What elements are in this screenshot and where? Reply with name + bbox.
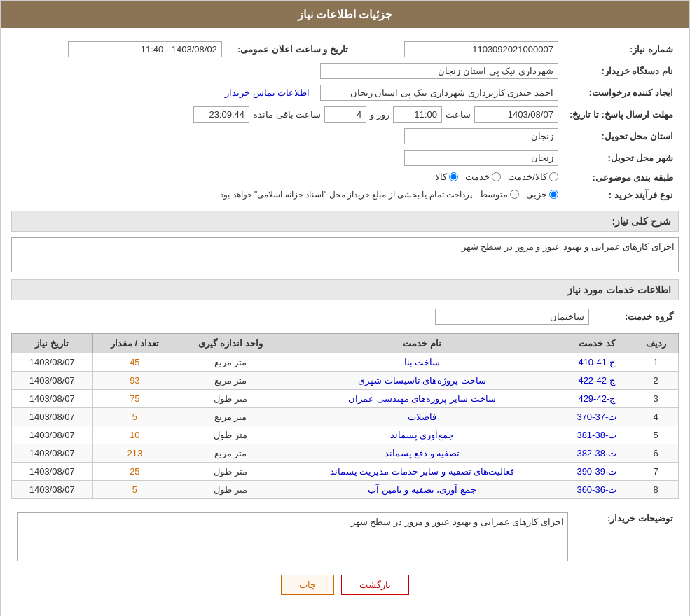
cell-code: ث-39-390: [560, 463, 633, 481]
cell-unit: متر مربع: [177, 372, 284, 390]
province-label: استان محل تحویل:: [564, 125, 679, 147]
cell-qty: 25: [92, 463, 177, 481]
table-row: 5ث-38-381جمع‌آوری پسماندمتر طول101403/08…: [12, 426, 679, 444]
cell-code: ث-38-381: [560, 426, 633, 444]
need-desc-section-title: شرح کلی نیاز:: [11, 211, 679, 232]
cell-date: 1403/08/07: [12, 463, 93, 481]
cell-name: ساخت سایر پروژه‌های مهندسی عمران: [284, 390, 560, 408]
cell-date: 1403/08/07: [12, 372, 93, 390]
reply-deadline-label: مهلت ارسال پاسخ: تا تاریخ:: [564, 104, 679, 125]
cell-name: فاضلاب: [284, 408, 560, 426]
cell-date: 1403/08/07: [12, 354, 93, 372]
print-button[interactable]: چاپ: [281, 575, 334, 595]
table-row: 3ج-42-429ساخت سایر پروژه‌های مهندسی عمرا…: [12, 390, 679, 408]
service-group-label: گروه خدمت:: [595, 306, 679, 328]
category-radio-kala[interactable]: کالا: [435, 172, 458, 182]
reply-date-value: 1403/08/07: [474, 106, 558, 122]
service-group-value: ساختمان: [435, 309, 589, 325]
purchase-type-note: پرداخت تمام یا بخشی از مبلغ خریداز محل "…: [218, 190, 472, 200]
cell-unit: متر مربع: [177, 408, 284, 426]
need-number-value: 1103092021000007: [404, 41, 558, 57]
table-row: 4ث-37-370فاضلابمتر مربع51403/08/07: [12, 408, 679, 426]
page-title: جزئیات اطلاعات نیاز: [1, 1, 689, 28]
cell-row: 4: [633, 408, 679, 426]
cell-unit: متر طول: [177, 463, 284, 481]
buyer-notes-value: اجرای کارهای عمرانی و بهبود عبور و مرور …: [17, 512, 568, 561]
services-info-section-title: اطلاعات خدمات مورد نیاز: [11, 279, 679, 300]
purchase-type-radio-motavaset[interactable]: متوسط: [479, 189, 519, 200]
col-row: ردیف: [633, 334, 679, 354]
cell-qty: 45: [92, 354, 177, 372]
cell-row: 7: [633, 463, 679, 481]
buttons-row: بازگشت چاپ: [11, 575, 679, 595]
cell-unit: متر مربع: [177, 354, 284, 372]
cell-name: جمع‌آوری پسماند: [284, 426, 560, 444]
cell-unit: متر مربع: [177, 444, 284, 463]
reply-time-value: 11:00: [393, 106, 442, 122]
cell-name: جمع آوری، تصفیه و تامین آب: [284, 481, 560, 499]
category-radio-kala-khedmat[interactable]: کالا/خدمت: [508, 172, 558, 182]
cell-qty: 5: [92, 408, 177, 426]
cell-name: ساخت بنا: [284, 354, 560, 372]
cell-date: 1403/08/07: [12, 426, 93, 444]
cell-code: ث-36-360: [560, 481, 633, 499]
cell-unit: متر طول: [177, 426, 284, 444]
buyer-org-label: نام دستگاه خریدار:: [564, 60, 679, 82]
cell-code: ث-38-382: [560, 444, 633, 463]
reply-days-value: 4: [324, 106, 366, 122]
cell-name: ساخت پروژه‌های تاسیسات شهری: [284, 372, 560, 390]
city-value: زنجان: [404, 150, 558, 166]
reply-days-label: روز و: [370, 109, 389, 120]
cell-row: 1: [633, 354, 679, 372]
cell-date: 1403/08/07: [12, 408, 93, 426]
purchase-type-radio-jozi[interactable]: جزیی: [526, 189, 558, 200]
table-row: 1ج-41-410ساخت بنامتر مربع451403/08/07: [12, 354, 679, 372]
cell-code: ث-37-370: [560, 408, 633, 426]
reply-remaining-value: 23:09:44: [193, 106, 249, 122]
cell-row: 2: [633, 372, 679, 390]
cell-date: 1403/08/07: [12, 444, 93, 463]
cell-unit: متر طول: [177, 390, 284, 408]
category-label: طبقه بندی موضوعی:: [564, 169, 679, 186]
table-row: 7ث-39-390فعالیت‌های تصفیه و سایر خدمات م…: [12, 463, 679, 481]
cell-code: ج-42-422: [560, 372, 633, 390]
reply-remaining-label: ساعت باقی مانده: [253, 109, 321, 120]
reply-time-label: ساعت: [446, 109, 471, 120]
cell-qty: 75: [92, 390, 177, 408]
col-date: تاریخ نیاز: [12, 334, 93, 354]
table-row: 2ج-42-422ساخت پروژه‌های تاسیسات شهریمتر …: [12, 372, 679, 390]
cell-date: 1403/08/07: [12, 481, 93, 499]
cell-unit: متر طول: [177, 481, 284, 499]
announce-date-value: 1403/08/02 - 11:40: [68, 41, 222, 57]
province-value: زنجان: [404, 128, 558, 144]
services-table: ردیف کد خدمت نام خدمت واحد اندازه گیری ت…: [11, 333, 679, 499]
col-qty: تعداد / مقدار: [92, 334, 177, 354]
category-radio-khedmat[interactable]: خدمت: [465, 172, 501, 182]
cell-code: ج-41-410: [560, 354, 633, 372]
creator-label: ایجاد کننده درخواست:: [564, 82, 679, 104]
buyer-org-value: شهرداری نیک پی استان زنجان: [320, 63, 558, 79]
need-number-label: شماره نیاز:: [564, 38, 679, 60]
cell-date: 1403/08/07: [12, 390, 93, 408]
cell-qty: 10: [92, 426, 177, 444]
contact-link[interactable]: اطلاعات تماس خریدار: [225, 88, 310, 98]
cell-qty: 93: [92, 372, 177, 390]
cell-row: 3: [633, 390, 679, 408]
table-row: 8ث-36-360جمع آوری، تصفیه و تامین آبمتر ط…: [12, 481, 679, 499]
cell-row: 6: [633, 444, 679, 463]
cell-qty: 5: [92, 481, 177, 499]
col-unit: واحد اندازه گیری: [177, 334, 284, 354]
announce-date-label: تاریخ و ساعت اعلان عمومی:: [228, 38, 354, 60]
cell-name: تصفیه و دفع پسماند: [284, 444, 560, 463]
cell-qty: 213: [92, 444, 177, 463]
back-button[interactable]: بازگشت: [341, 575, 409, 595]
table-row: 6ث-38-382تصفیه و دفع پسماندمتر مربع21314…: [12, 444, 679, 463]
col-name: نام خدمت: [284, 334, 560, 354]
buyer-notes-label: توضیحات خریدار:: [574, 510, 679, 564]
category-radio-group: کالا/خدمت خدمت کالا: [435, 172, 558, 182]
city-label: شهر محل تحویل:: [564, 147, 679, 169]
need-desc-value: اجرای کارهای عمرانی و بهبود عبور و مرور …: [11, 237, 679, 272]
cell-name: فعالیت‌های تصفیه و سایر خدمات مدیریت پسم…: [284, 463, 560, 481]
col-code: کد خدمت: [560, 334, 633, 354]
cell-code: ج-42-429: [560, 390, 633, 408]
